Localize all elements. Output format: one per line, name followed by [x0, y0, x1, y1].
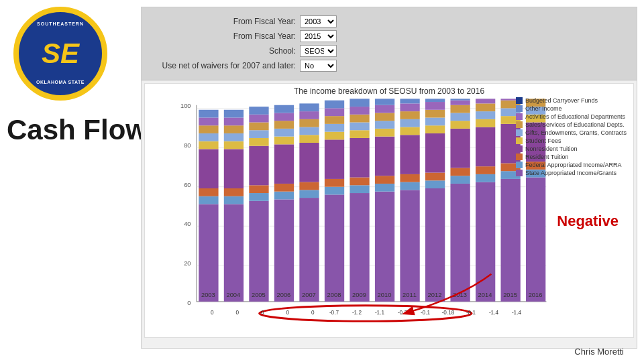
legend-label-5: Gifts, Endowments, Grants, Contracts: [525, 129, 627, 136]
legend-item-10: State Appropriated Income/Grants: [516, 170, 627, 176]
svg-point-149: [260, 306, 472, 321]
svg-rect-23: [224, 204, 244, 301]
svg-text:2010: 2010: [378, 292, 392, 298]
fiscal-year-to-label: From Fiscal Year:: [155, 32, 296, 41]
svg-rect-24: [224, 196, 244, 204]
svg-rect-90: [375, 105, 394, 113]
svg-rect-31: [224, 110, 244, 118]
svg-rect-110: [425, 102, 445, 110]
svg-text:-1.1: -1.1: [375, 310, 385, 316]
school-label: School:: [155, 46, 296, 56]
svg-text:0: 0: [311, 310, 315, 316]
legend-color-7: [516, 145, 523, 152]
legend-item-2: Other Income: [516, 105, 627, 112]
svg-rect-33: [249, 201, 268, 302]
school-row: School: SEOSU: [155, 45, 623, 57]
svg-rect-17: [199, 141, 218, 149]
svg-rect-87: [375, 129, 394, 137]
legend-color-6: [516, 137, 523, 144]
svg-text:60: 60: [184, 182, 191, 188]
svg-text:2007: 2007: [302, 292, 316, 298]
svg-rect-81: [350, 99, 369, 107]
chart-legend: Budgeted Carryover Funds Other Income Ac…: [516, 97, 627, 178]
svg-rect-73: [350, 193, 369, 302]
svg-rect-51: [274, 105, 294, 113]
legend-label-6: Student Fees: [525, 137, 561, 144]
svg-rect-109: [425, 110, 445, 118]
svg-text:2016: 2016: [529, 292, 543, 298]
svg-rect-61: [299, 103, 319, 111]
svg-rect-117: [450, 121, 470, 129]
svg-rect-86: [375, 137, 394, 176]
svg-rect-13: [199, 204, 218, 301]
svg-rect-77: [350, 130, 369, 138]
svg-rect-18: [199, 133, 218, 141]
svg-rect-69: [325, 116, 344, 124]
svg-text:100: 100: [180, 103, 191, 109]
svg-rect-70: [325, 108, 344, 116]
svg-rect-124: [476, 174, 495, 182]
svg-text:0: 0: [261, 310, 264, 316]
svg-rect-119: [450, 105, 470, 113]
negative-label: Negative: [557, 213, 619, 230]
svg-rect-95: [400, 174, 419, 182]
svg-text:0: 0: [235, 310, 239, 316]
svg-rect-130: [476, 99, 495, 103]
legend-label-7: Nonresident Tuition: [525, 145, 578, 152]
legend-label-1: Budgeted Carryover Funds: [525, 97, 598, 104]
svg-text:20: 20: [184, 260, 191, 267]
svg-rect-80: [350, 107, 369, 115]
svg-rect-88: [375, 121, 394, 129]
svg-rect-118: [450, 113, 470, 121]
svg-rect-48: [274, 129, 294, 137]
svg-text:0: 0: [187, 300, 191, 306]
net-waivers-select[interactable]: No: [300, 60, 337, 72]
svg-rect-25: [224, 188, 244, 196]
svg-rect-30: [224, 117, 244, 125]
svg-rect-29: [224, 125, 244, 133]
chart-area: The income breakdown of SEOSU from 2003 …: [144, 83, 634, 338]
legend-item-5: Gifts, Endowments, Grants, Contracts: [516, 129, 627, 136]
svg-rect-35: [249, 185, 268, 193]
logo-area: SOUTHEASTERN SE OKLAHOMA STATE: [13, 7, 134, 127]
svg-rect-97: [400, 127, 419, 135]
svg-rect-34: [249, 193, 268, 201]
school-select[interactable]: SEOSU: [300, 45, 337, 57]
svg-rect-14: [199, 196, 218, 204]
svg-rect-59: [299, 119, 319, 127]
logo-bottom-text: OKLAHOMA STATE: [27, 80, 94, 84]
svg-rect-54: [299, 190, 319, 198]
svg-rect-57: [299, 135, 319, 143]
svg-text:-0.18: -0.18: [442, 310, 455, 316]
svg-rect-116: [450, 129, 470, 168]
svg-rect-121: [450, 99, 470, 100]
svg-rect-56: [299, 143, 319, 182]
svg-rect-46: [274, 144, 294, 184]
legend-label-10: State Appropriated Income/Grants: [525, 170, 616, 176]
svg-rect-28: [224, 133, 244, 141]
filter-form: From Fiscal Year: 2003 From Fiscal Year:…: [142, 7, 637, 80]
fiscal-year-from-row: From Fiscal Year: 2003: [155, 15, 623, 27]
svg-text:0: 0: [286, 310, 289, 316]
svg-rect-16: [199, 149, 218, 188]
fiscal-year-to-select[interactable]: 2015: [300, 30, 337, 42]
svg-rect-98: [400, 119, 419, 127]
svg-rect-75: [350, 178, 369, 186]
legend-color-1: [516, 97, 523, 104]
svg-rect-79: [350, 115, 369, 123]
svg-text:2011: 2011: [402, 292, 417, 298]
svg-rect-132: [500, 179, 520, 302]
svg-rect-108: [425, 117, 445, 125]
svg-text:2003: 2003: [201, 292, 215, 298]
svg-rect-113: [450, 184, 470, 302]
svg-rect-15: [199, 188, 218, 196]
legend-item-7: Nonresident Tuition: [516, 145, 627, 152]
svg-rect-84: [375, 184, 394, 192]
svg-rect-38: [249, 130, 268, 138]
fiscal-year-from-select[interactable]: 2003: [300, 15, 337, 27]
svg-text:2006: 2006: [276, 292, 290, 298]
legend-color-3: [516, 113, 523, 120]
main-panel: From Fiscal Year: 2003 From Fiscal Year:…: [141, 7, 637, 349]
svg-rect-83: [375, 192, 394, 302]
svg-rect-99: [400, 111, 419, 119]
